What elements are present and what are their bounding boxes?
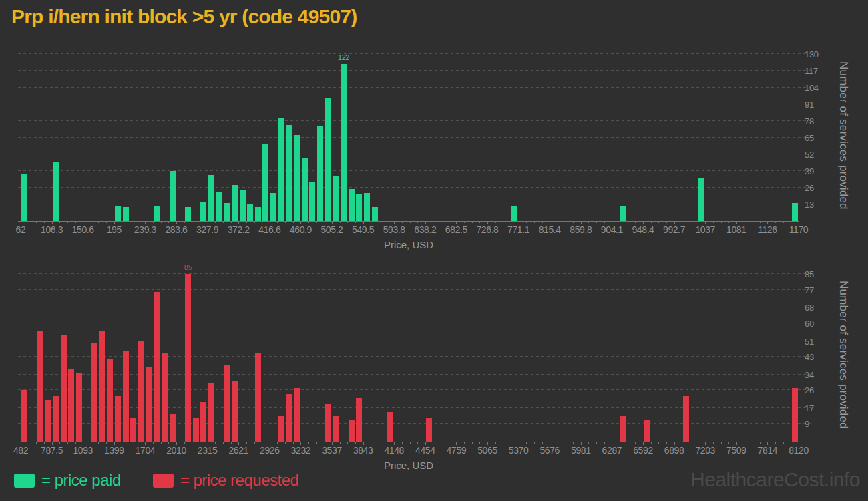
histogram-bar[interactable] xyxy=(349,189,355,221)
gridline xyxy=(18,170,811,171)
histogram-bar[interactable] xyxy=(21,174,27,221)
legend-item-price-paid[interactable]: = price paid xyxy=(14,471,121,490)
price-paid-swatch-icon xyxy=(14,474,35,488)
histogram-bar[interactable] xyxy=(107,359,113,442)
axis-tick xyxy=(666,442,667,444)
axis-tick xyxy=(635,221,636,223)
gridline xyxy=(18,87,811,88)
histogram-bar[interactable] xyxy=(232,185,238,221)
axis-tick xyxy=(744,221,744,223)
histogram-bar[interactable] xyxy=(278,118,284,221)
histogram-bar[interactable] xyxy=(262,144,268,221)
histogram-bar[interactable] xyxy=(270,193,276,221)
histogram-bar[interactable] xyxy=(278,416,284,442)
x-tick-label: 549.5 xyxy=(352,225,374,235)
histogram-bar[interactable] xyxy=(154,206,160,221)
histogram-bar[interactable] xyxy=(185,207,191,221)
axis-tick xyxy=(783,442,784,444)
histogram-bar[interactable] xyxy=(317,126,323,221)
histogram-bar[interactable] xyxy=(620,416,626,442)
histogram-bar[interactable] xyxy=(115,396,121,442)
histogram-bar[interactable] xyxy=(53,396,59,442)
histogram-bar[interactable] xyxy=(21,390,27,442)
histogram-bar[interactable] xyxy=(286,394,292,442)
histogram-bar[interactable] xyxy=(255,207,261,221)
histogram-bar[interactable] xyxy=(138,341,144,442)
histogram-bar[interactable] xyxy=(130,418,136,442)
legend-item-price-requested[interactable]: = price requested xyxy=(153,471,299,490)
histogram-bar[interactable] xyxy=(333,176,339,221)
histogram-bar[interactable] xyxy=(76,373,82,442)
axis-tick xyxy=(596,221,597,223)
histogram-bar[interactable] xyxy=(115,206,121,221)
axis-tick xyxy=(192,442,192,444)
histogram-bar[interactable] xyxy=(302,158,308,221)
histogram-bar[interactable] xyxy=(146,367,152,442)
histogram-bar[interactable] xyxy=(294,388,300,442)
histogram-bar[interactable] xyxy=(511,206,517,221)
axis-tick xyxy=(29,221,29,223)
histogram-bar[interactable] xyxy=(341,64,347,221)
histogram-bar[interactable] xyxy=(349,420,355,442)
x-tick-label: 150.6 xyxy=(72,225,94,235)
axis-tick xyxy=(308,221,309,223)
histogram-bar[interactable] xyxy=(216,192,222,221)
histogram-bar[interactable] xyxy=(325,404,331,442)
histogram-bar[interactable] xyxy=(792,388,798,442)
histogram-bar[interactable] xyxy=(644,420,650,442)
histogram-bar[interactable] xyxy=(185,274,191,442)
histogram-bar[interactable] xyxy=(37,331,43,442)
histogram-bar[interactable] xyxy=(45,400,51,442)
histogram-bar[interactable] xyxy=(200,402,206,442)
histogram-bar[interactable] xyxy=(123,351,129,442)
histogram-bar[interactable] xyxy=(286,125,292,221)
histogram-bar[interactable] xyxy=(683,396,689,442)
axis-tick xyxy=(464,442,465,444)
histogram-bar[interactable] xyxy=(240,190,246,221)
y-tick-label: 77 xyxy=(805,285,814,294)
gridline xyxy=(18,307,811,307)
histogram-bar[interactable] xyxy=(698,178,704,221)
x-tick-label: 948.4 xyxy=(632,225,654,235)
histogram-bar[interactable] xyxy=(200,202,206,221)
histogram-bar[interactable] xyxy=(792,203,798,221)
histogram-bar[interactable] xyxy=(372,207,378,221)
histogram-bar[interactable] xyxy=(387,412,393,442)
histogram-bar[interactable] xyxy=(61,335,67,442)
x-tick-label: 1704 xyxy=(136,446,156,456)
histogram-bar[interactable] xyxy=(309,182,315,221)
histogram-bar[interactable] xyxy=(325,98,331,221)
histogram-bar[interactable] xyxy=(356,398,362,442)
histogram-bar[interactable] xyxy=(99,331,105,442)
histogram-bar[interactable] xyxy=(208,383,214,442)
histogram-bar[interactable] xyxy=(68,369,74,442)
axis-tick xyxy=(472,221,473,223)
histogram-bar[interactable] xyxy=(170,171,176,221)
histogram-bar[interactable] xyxy=(170,414,176,442)
histogram-bar[interactable] xyxy=(224,203,230,221)
x-axis-title: Price, USD xyxy=(18,460,799,471)
histogram-bar[interactable] xyxy=(247,204,253,221)
axis-tick xyxy=(145,442,146,445)
histogram-bar[interactable] xyxy=(333,416,339,442)
axis-tick xyxy=(449,442,449,444)
histogram-bar[interactable] xyxy=(224,365,230,442)
histogram-bar[interactable] xyxy=(123,207,129,221)
histogram-bar[interactable] xyxy=(162,353,168,442)
histogram-bar[interactable] xyxy=(232,381,238,442)
histogram-bar[interactable] xyxy=(208,175,214,221)
axis-tick xyxy=(511,221,511,223)
histogram-bar[interactable] xyxy=(294,135,300,221)
axis-tick xyxy=(59,442,60,444)
histogram-bar[interactable] xyxy=(193,418,199,442)
axis-tick xyxy=(379,442,379,444)
histogram-bar[interactable] xyxy=(255,353,261,442)
histogram-bar[interactable] xyxy=(426,418,432,442)
histogram-bar[interactable] xyxy=(154,292,160,442)
histogram-bar[interactable] xyxy=(53,162,59,221)
axis-tick xyxy=(558,221,558,223)
histogram-bar[interactable] xyxy=(620,206,626,221)
histogram-bar[interactable] xyxy=(364,193,370,221)
histogram-bar[interactable] xyxy=(91,343,97,442)
histogram-bar[interactable] xyxy=(356,194,362,221)
